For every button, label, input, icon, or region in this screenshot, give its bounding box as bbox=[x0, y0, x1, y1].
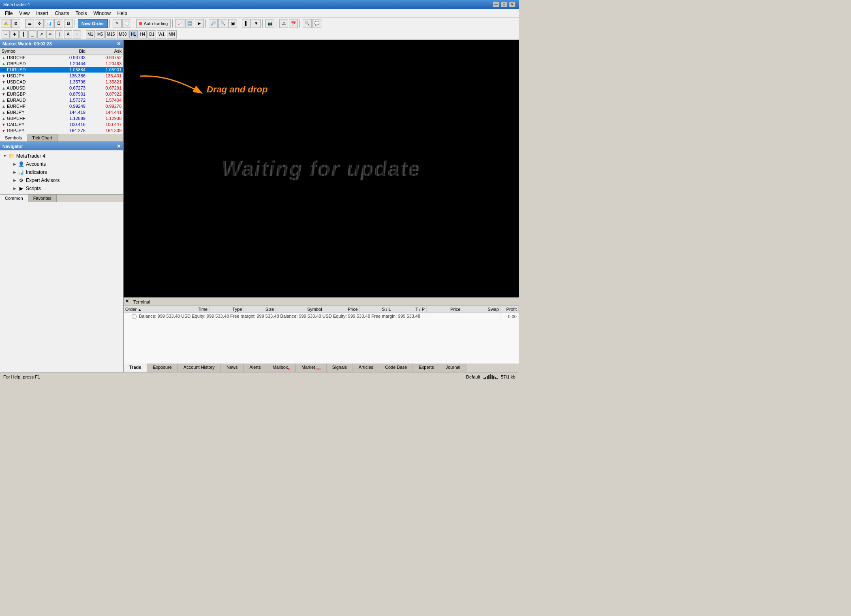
line-tool-v[interactable]: ┃ bbox=[19, 30, 28, 38]
close-button[interactable]: ✕ bbox=[509, 2, 515, 7]
terminal-tab-code-base[interactable]: Code Base bbox=[379, 364, 413, 372]
nav-experts[interactable]: ▶ ⚙ Expert Advisors bbox=[11, 176, 122, 184]
tab-tick-chart[interactable]: Tick Chart bbox=[27, 134, 58, 141]
terminal-tab-market[interactable]: Market199 bbox=[296, 364, 327, 372]
tf-mn[interactable]: MN bbox=[167, 30, 177, 38]
experts-button[interactable]: 🆕 bbox=[185, 19, 194, 28]
terminal-tab-journal[interactable]: Journal bbox=[440, 364, 466, 372]
terminal-tab-account-history[interactable]: Account History bbox=[178, 364, 221, 372]
terminal-tab-news[interactable]: News bbox=[221, 364, 244, 372]
tf-m15[interactable]: M15 bbox=[105, 30, 116, 38]
col-swap[interactable]: Swap bbox=[462, 306, 501, 313]
terminal-tab-signals[interactable]: Signals bbox=[327, 364, 353, 372]
profiles-button[interactable]: ☰ bbox=[25, 19, 34, 28]
zoom-out-button[interactable]: 🔍 bbox=[218, 19, 227, 28]
market-watch-row[interactable]: ▼ GBPJPY 164.275 164.309 bbox=[0, 128, 123, 134]
tf-m1[interactable]: M1 bbox=[86, 30, 95, 38]
col-sl[interactable]: S / L bbox=[359, 306, 393, 313]
crosshair-tool[interactable]: ✚ bbox=[11, 30, 19, 38]
col-price[interactable]: Price bbox=[324, 306, 359, 313]
nav-scripts[interactable]: ▶ ▶ Scripts bbox=[11, 184, 122, 192]
col-type[interactable]: Type bbox=[210, 306, 244, 313]
alerts-button[interactable]: ⚠ bbox=[279, 19, 288, 28]
period-sep-button[interactable]: ▌ bbox=[242, 19, 251, 28]
col-symbol[interactable]: Symbol bbox=[276, 306, 324, 313]
indicators-button[interactable]: 📈 bbox=[175, 19, 184, 28]
col-tp[interactable]: T / P bbox=[393, 306, 426, 313]
tf-h4[interactable]: H4 bbox=[139, 30, 147, 38]
tf-w1[interactable]: W1 bbox=[157, 30, 166, 38]
market-watch-row[interactable]: ▲ GBPCHF 1.12889 1.12938 bbox=[0, 116, 123, 122]
terminal-tab-trade[interactable]: Trade bbox=[124, 364, 147, 372]
fit-chart-button[interactable]: ▣ bbox=[228, 19, 237, 28]
new-order-button[interactable]: New Order bbox=[78, 19, 108, 28]
search-button[interactable]: 🔍 bbox=[303, 19, 312, 28]
market-watch-row[interactable]: ▼ CADJPY 100.416 100.447 bbox=[0, 122, 123, 128]
nav-indicators[interactable]: ▶ 📊 Indicators bbox=[11, 168, 122, 176]
menu-window[interactable]: Window bbox=[90, 10, 114, 17]
terminal-tab-exposure[interactable]: Exposure bbox=[147, 364, 177, 372]
col-size[interactable]: Size bbox=[244, 306, 276, 313]
market-watch-row[interactable]: ▲ AUDUSD 0.67273 0.67291 bbox=[0, 85, 123, 91]
col-time[interactable]: Time bbox=[175, 306, 210, 313]
market-watch-row[interactable]: ▲ GBPUSD 1.20444 1.20463 bbox=[0, 61, 123, 67]
terminal-tab-articles[interactable]: Articles bbox=[353, 364, 379, 372]
col-profit[interactable]: Profit bbox=[501, 306, 519, 313]
nav-metatrader[interactable]: ▼ 📁 MetaTrader 4 bbox=[2, 152, 122, 160]
navigator-close[interactable]: ✕ bbox=[117, 143, 121, 149]
arrow-tool[interactable]: ↑ bbox=[73, 30, 81, 38]
text-tool[interactable]: A bbox=[64, 30, 72, 38]
navigator-button[interactable]: 🗓 bbox=[64, 19, 73, 28]
tab-symbols[interactable]: Symbols bbox=[0, 134, 27, 141]
market-watch-row[interactable]: ▼ EURGBP 0.87901 0.87922 bbox=[0, 91, 123, 97]
crosshair-button[interactable]: ✜ bbox=[35, 19, 44, 28]
nav-accounts[interactable]: ▶ 👤 Accounts bbox=[11, 160, 122, 168]
menu-insert[interactable]: Insert bbox=[33, 10, 51, 17]
market-watch-row[interactable]: ▼ USDCAD 1.35798 1.35821 bbox=[0, 79, 123, 85]
market-watch-close[interactable]: ✕ bbox=[117, 41, 121, 47]
scripts-button[interactable]: ▶ bbox=[195, 19, 204, 28]
terminal-tab-experts[interactable]: Experts bbox=[413, 364, 440, 372]
terminal-tab-alerts[interactable]: Alerts bbox=[244, 364, 267, 372]
menu-view[interactable]: View bbox=[16, 10, 33, 17]
market-watch-row[interactable]: ▲ EURJPY 144.419 144.441 bbox=[0, 109, 123, 116]
nav-tab-common[interactable]: Common bbox=[0, 195, 28, 202]
minimize-button[interactable]: — bbox=[493, 2, 499, 7]
tf-m5[interactable]: M5 bbox=[96, 30, 105, 38]
trend-line-tool[interactable]: ↗ bbox=[37, 30, 45, 38]
tf-m30[interactable]: M30 bbox=[117, 30, 128, 38]
calendar-button[interactable]: 📅 bbox=[289, 19, 298, 28]
zoom-in-button[interactable]: 🔎 bbox=[209, 19, 218, 28]
market-watch-row[interactable]: ▲ EURAUD 1.57372 1.57404 bbox=[0, 97, 123, 103]
menu-file[interactable]: File bbox=[2, 10, 16, 17]
pen-tool[interactable]: ✏ bbox=[46, 30, 54, 38]
new-chart-button[interactable]: ✍ bbox=[2, 19, 11, 28]
market-watch-button[interactable]: 📊 bbox=[45, 19, 53, 28]
nav-tab-favorites[interactable]: Favorites bbox=[28, 195, 57, 202]
terminal-close-button[interactable]: ✕ bbox=[125, 299, 132, 305]
compile-button[interactable]: ✎ bbox=[113, 19, 122, 28]
terminal-tab-mailbox[interactable]: Mailbox5 bbox=[267, 364, 296, 372]
menu-charts[interactable]: Charts bbox=[51, 10, 72, 17]
screenshot-button[interactable]: 📷 bbox=[265, 19, 274, 28]
chat-button[interactable]: 💬 bbox=[312, 19, 321, 28]
tf-d1[interactable]: D1 bbox=[148, 30, 156, 38]
history-center-button[interactable]: 🕑 bbox=[122, 19, 131, 28]
menu-help[interactable]: Help bbox=[114, 10, 130, 17]
col-order[interactable]: Order ▲ bbox=[124, 306, 175, 313]
menu-tools[interactable]: Tools bbox=[73, 10, 90, 17]
restore-button[interactable]: □ bbox=[501, 2, 507, 7]
market-watch-row[interactable]: ▼ EURUSD 1.05884 1.05901 bbox=[0, 67, 123, 73]
line-tool-h[interactable]: ⎯ bbox=[28, 30, 36, 38]
period-sep-tool[interactable]: ‖ bbox=[55, 30, 63, 38]
autotrading-button[interactable]: AutoTrading bbox=[136, 19, 171, 28]
market-watch-row[interactable]: ▲ EURCHF 0.99249 0.99276 bbox=[0, 103, 123, 109]
market-watch-row[interactable]: ▼ USDJPY 136.386 136.401 bbox=[0, 73, 123, 79]
tf-h1[interactable]: H1 bbox=[129, 30, 138, 38]
objects-button[interactable]: ▼ bbox=[252, 19, 261, 28]
templates-button[interactable]: 🗎 bbox=[11, 19, 20, 28]
market-watch-row[interactable]: ▲ USDCHF 0.93733 0.93752 bbox=[0, 55, 123, 61]
col-price2[interactable]: Price bbox=[426, 306, 462, 313]
data-window-button[interactable]: 🗒 bbox=[54, 19, 63, 28]
cursor-tool[interactable]: → bbox=[2, 30, 10, 38]
